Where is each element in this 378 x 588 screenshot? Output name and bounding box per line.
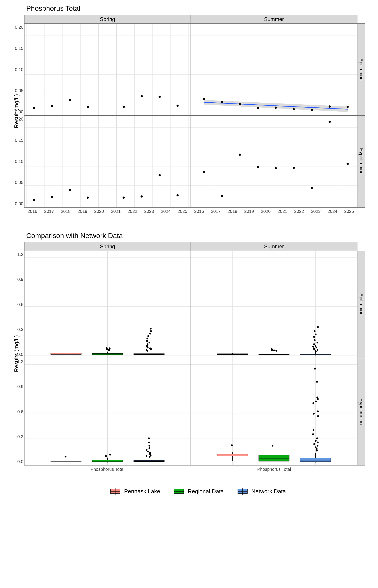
legend-label: Network Data	[251, 488, 286, 495]
svg-point-146	[273, 349, 275, 351]
svg-point-68	[141, 195, 143, 198]
svg-point-129	[150, 330, 152, 332]
svg-point-90	[275, 167, 277, 169]
svg-point-167	[317, 326, 319, 328]
svg-point-220	[316, 448, 318, 450]
panel-summer-epi	[191, 251, 357, 358]
svg-point-189	[149, 456, 150, 458]
legend: Pennask Lake Regional Data Network Data	[9, 487, 378, 495]
svg-point-125	[146, 340, 148, 342]
svg-point-165	[315, 334, 317, 335]
svg-point-155	[317, 349, 319, 351]
svg-point-47	[347, 106, 349, 108]
row-header-hypo: Hypolimnion	[357, 116, 365, 207]
svg-point-197	[148, 445, 150, 446]
col-header-summer: Summer	[191, 242, 357, 251]
legend-item-pennask: Pennask Lake	[109, 487, 160, 495]
svg-point-21	[159, 96, 161, 98]
svg-point-126	[146, 337, 148, 339]
svg-point-127	[148, 335, 149, 337]
svg-point-184	[105, 454, 107, 456]
svg-point-196	[148, 447, 150, 449]
panel-spring-epi: 0.200.150.100.050.00	[24, 24, 191, 116]
svg-point-112	[106, 347, 108, 349]
svg-point-20	[141, 95, 143, 97]
svg-point-236	[316, 381, 318, 383]
svg-point-145	[275, 350, 277, 352]
svg-point-149	[271, 348, 272, 350]
svg-point-231	[317, 410, 319, 412]
col-header-summer: Summer	[191, 15, 357, 24]
svg-point-194	[147, 451, 149, 452]
svg-rect-181	[92, 460, 123, 462]
svg-point-124	[148, 342, 150, 343]
legend-item-network: Network Data	[237, 487, 286, 495]
svg-point-226	[316, 438, 318, 439]
svg-point-16	[51, 105, 53, 107]
panel-spring-hypo: 1.20.90.60.30.0	[24, 358, 191, 465]
svg-point-166	[314, 330, 316, 332]
facet-grid: Spring Summer 1.20.90.60.30.0 Epilimnion…	[24, 242, 365, 466]
legend-label: Regional Data	[188, 488, 224, 495]
x-axis-label: Phosphorus Total	[191, 466, 357, 476]
svg-point-225	[315, 440, 317, 442]
svg-point-198	[148, 441, 150, 443]
svg-point-69	[159, 174, 161, 176]
svg-point-63	[33, 199, 35, 201]
svg-point-215	[272, 445, 273, 446]
comparison-boxplot-chart: Comparison with Network Data Results (mg…	[9, 232, 378, 476]
svg-point-66	[87, 196, 89, 199]
svg-point-86	[203, 171, 205, 173]
svg-point-92	[311, 187, 313, 189]
svg-point-223	[313, 443, 315, 445]
svg-point-111	[109, 347, 110, 349]
panel-spring-hypo: 0.200.150.100.050.00	[24, 116, 191, 207]
svg-point-94	[347, 163, 349, 165]
svg-point-227	[312, 433, 314, 435]
chart-title: Phosphorus Total	[26, 4, 378, 13]
svg-point-161	[313, 343, 315, 345]
svg-point-119	[149, 347, 151, 349]
svg-point-40	[221, 101, 223, 103]
svg-point-93	[329, 121, 331, 123]
svg-point-235	[316, 396, 318, 398]
panel-summer-hypo	[191, 358, 357, 465]
svg-point-237	[314, 368, 316, 370]
svg-point-67	[122, 196, 125, 199]
x-axis-label: Phosphorus Total	[24, 466, 191, 476]
svg-rect-213	[259, 455, 289, 461]
col-header-spring: Spring	[24, 15, 191, 24]
svg-rect-217	[300, 458, 331, 462]
svg-point-109	[108, 349, 110, 351]
x-axis-spring: 2016201720182019202020212022202320242025	[24, 208, 191, 218]
panel-summer-epi	[191, 24, 357, 116]
svg-point-41	[239, 103, 241, 105]
svg-point-43	[275, 107, 277, 109]
chart-title: Comparison with Network Data	[26, 232, 378, 240]
svg-point-64	[51, 196, 53, 198]
svg-point-130	[150, 328, 152, 329]
facet-grid: Spring Summer 0.200.150.100.050.00 Epili…	[24, 15, 365, 208]
svg-point-179	[65, 456, 67, 457]
svg-point-39	[203, 98, 205, 100]
panel-spring-epi: 1.20.90.60.30.0	[24, 251, 191, 358]
svg-point-123	[147, 343, 148, 345]
svg-point-164	[313, 336, 315, 338]
row-header-epi: Epilimnion	[357, 24, 365, 116]
legend-label: Pennask Lake	[124, 488, 160, 495]
svg-point-219	[316, 450, 318, 452]
svg-point-230	[313, 413, 315, 414]
svg-point-157	[313, 347, 315, 349]
svg-point-160	[315, 345, 316, 347]
svg-point-195	[146, 449, 148, 451]
svg-point-234	[317, 398, 319, 400]
svg-point-45	[311, 109, 313, 111]
panel-summer-hypo	[191, 116, 357, 207]
svg-point-159	[312, 346, 314, 347]
row-header-hypo: Hypolimnion	[357, 358, 365, 465]
svg-point-44	[293, 108, 295, 110]
svg-point-158	[316, 347, 317, 348]
svg-point-65	[69, 189, 71, 191]
svg-point-211	[231, 444, 233, 446]
svg-point-229	[317, 415, 319, 417]
